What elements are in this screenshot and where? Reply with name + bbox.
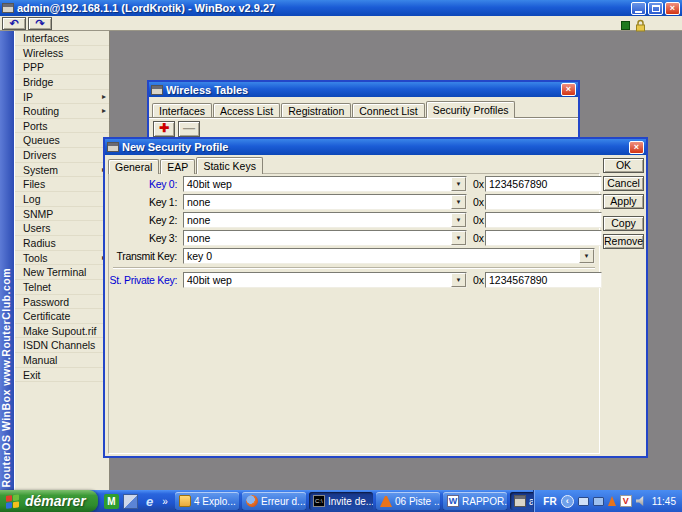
- taskbar-item-admin[interactable]: admin@...: [510, 492, 534, 510]
- connection-status-icons: [621, 19, 646, 32]
- sidebar-item-label: SNMP: [23, 208, 53, 220]
- private-key-algorithm-value: 40bit wep: [187, 274, 232, 286]
- sidebar-item-interfaces[interactable]: Interfaces: [15, 31, 109, 46]
- sidebar-item-label: Make Supout.rif: [23, 325, 97, 337]
- close-button[interactable]: ×: [665, 2, 680, 15]
- windows-flag-icon: [6, 494, 20, 508]
- taskbar-item-invite-de[interactable]: C:\Invite de...: [309, 492, 373, 510]
- key-1-algorithm-select[interactable]: none▼: [183, 194, 467, 210]
- sidebar-item-bridge[interactable]: Bridge: [15, 75, 109, 90]
- internet-explorer-icon[interactable]: e: [142, 494, 157, 509]
- main-window-titlebar: admin@192.168.1.1 (LordKrotik) - WinBox …: [0, 0, 682, 16]
- section-divider: [113, 267, 595, 269]
- sidebar-item-routing[interactable]: Routing▸: [15, 104, 109, 119]
- remove-button[interactable]: Remove: [603, 234, 644, 249]
- green-m-app-icon[interactable]: M: [104, 494, 119, 509]
- folder-icon: [179, 495, 191, 507]
- chevron-down-icon[interactable]: ▼: [579, 249, 594, 263]
- key-2-label: Key 2:: [105, 214, 177, 226]
- word-icon: W: [447, 495, 459, 507]
- sidebar-item-label: Certificate: [23, 310, 70, 322]
- taskbar-item-06-piste[interactable]: 06 Piste ...: [376, 492, 440, 510]
- sidebar-item-label: PPP: [23, 61, 44, 73]
- sidebar-item-ppp[interactable]: PPP: [15, 60, 109, 75]
- key-1-hex-input[interactable]: [485, 194, 602, 210]
- language-indicator[interactable]: FR: [543, 496, 556, 507]
- key-0-algorithm-select[interactable]: 40bit wep▼: [183, 176, 467, 192]
- wireless-tables-close-icon[interactable]: ×: [561, 83, 576, 96]
- sidebar-item-exit[interactable]: Exit: [15, 368, 109, 383]
- key-2-algorithm-select[interactable]: none▼: [183, 212, 467, 228]
- chevron-down-icon[interactable]: ▼: [451, 177, 466, 191]
- ve-app-tray-icon[interactable]: V: [620, 495, 632, 507]
- sidebar-item-log[interactable]: Log: [15, 192, 109, 207]
- sidebar-item-new-terminal[interactable]: New Terminal: [15, 265, 109, 280]
- sidebar-item-queues[interactable]: Queues: [15, 133, 109, 148]
- sidebar-item-label: System: [23, 164, 58, 176]
- network-status-icon[interactable]: [578, 497, 589, 506]
- tab-access-list[interactable]: Access List: [213, 103, 280, 118]
- sidebar-item-label: Ports: [23, 120, 48, 132]
- transmit-key-select[interactable]: key 0 ▼: [183, 248, 595, 264]
- sidebar-item-tools[interactable]: Tools▸: [15, 251, 109, 266]
- sidebar-item-drivers[interactable]: Drivers: [15, 148, 109, 163]
- tab-registration[interactable]: Registration: [281, 103, 351, 118]
- key-0-hex-input[interactable]: [485, 176, 602, 192]
- wireless-tables-titlebar[interactable]: Wireless Tables ×: [149, 82, 578, 97]
- cancel-button[interactable]: Cancel: [603, 176, 644, 191]
- vlc-tray-icon[interactable]: [608, 496, 616, 506]
- hide-icons-chevron-icon[interactable]: ‹: [561, 495, 574, 508]
- sidebar-item-label: Bridge: [23, 76, 53, 88]
- connection-status-icon: [621, 21, 630, 30]
- undo-icon[interactable]: ↶: [2, 17, 26, 30]
- key-3-hex-input[interactable]: [485, 230, 602, 246]
- sidebar-item-isdn-channels[interactable]: ISDN Channels: [15, 338, 109, 353]
- display-settings-icon[interactable]: [593, 497, 604, 506]
- private-key-algorithm-select[interactable]: 40bit wep ▼: [183, 272, 467, 288]
- sidebar-item-users[interactable]: Users: [15, 221, 109, 236]
- show-desktop-icon[interactable]: [123, 494, 138, 509]
- tab-interfaces[interactable]: Interfaces: [152, 103, 212, 118]
- taskbar-item-4-explo[interactable]: 4 Explo...▼: [175, 492, 239, 510]
- winbox-app-icon: [2, 3, 14, 13]
- sidebar-item-system[interactable]: System▸: [15, 163, 109, 178]
- chevron-down-icon[interactable]: ▼: [451, 195, 466, 209]
- sidebar-item-wireless[interactable]: Wireless: [15, 46, 109, 61]
- tab-connect-list[interactable]: Connect List: [352, 103, 424, 118]
- chevron-down-icon[interactable]: ▼: [451, 231, 466, 245]
- sidebar-item-snmp[interactable]: SNMP: [15, 207, 109, 222]
- sidebar-item-ip[interactable]: IP▸: [15, 90, 109, 105]
- add-profile-button[interactable]: ✚: [153, 121, 175, 137]
- main-toolbar: ↶ ↷: [0, 16, 682, 31]
- start-button[interactable]: démarrer: [0, 490, 98, 512]
- apply-button[interactable]: Apply: [603, 194, 644, 209]
- taskbar-item-erreur-d[interactable]: Erreur d...: [242, 492, 306, 510]
- sidebar-item-ports[interactable]: Ports: [15, 119, 109, 134]
- minimize-button[interactable]: [631, 2, 646, 15]
- tab-security-profiles[interactable]: Security Profiles: [426, 101, 516, 118]
- quick-launch: M e »: [98, 494, 175, 509]
- private-key-hex-input[interactable]: [485, 272, 602, 288]
- volume-icon[interactable]: [636, 496, 646, 506]
- quick-launch-overflow-chevron[interactable]: »: [161, 494, 169, 509]
- chevron-down-icon[interactable]: ▼: [451, 213, 466, 227]
- chevron-down-icon[interactable]: ▼: [451, 273, 466, 287]
- key-3-algorithm-select[interactable]: none▼: [183, 230, 467, 246]
- sidebar-item-files[interactable]: Files: [15, 177, 109, 192]
- copy-button[interactable]: Copy: [603, 216, 644, 231]
- sidebar-item-radius[interactable]: Radius: [15, 236, 109, 251]
- sidebar-item-make-supout-rif[interactable]: Make Supout.rif: [15, 324, 109, 339]
- redo-icon[interactable]: ↷: [28, 17, 52, 30]
- sidebar-item-manual[interactable]: Manual: [15, 353, 109, 368]
- sidebar-item-password[interactable]: Password: [15, 295, 109, 310]
- key-2-hex-input[interactable]: [485, 212, 602, 228]
- key-1-label: Key 1:: [105, 196, 177, 208]
- sidebar-item-telnet[interactable]: Telnet: [15, 280, 109, 295]
- key-0-label: Key 0:: [105, 178, 177, 190]
- clock: 11:45: [652, 496, 676, 507]
- maximize-button[interactable]: [648, 2, 663, 15]
- main-window-title: admin@192.168.1.1 (LordKrotik) - WinBox …: [14, 2, 629, 14]
- sidebar-item-certificate[interactable]: Certificate: [15, 309, 109, 324]
- taskbar-item-rappor[interactable]: WRAPPOR...: [443, 492, 507, 510]
- ok-button[interactable]: OK: [603, 158, 644, 173]
